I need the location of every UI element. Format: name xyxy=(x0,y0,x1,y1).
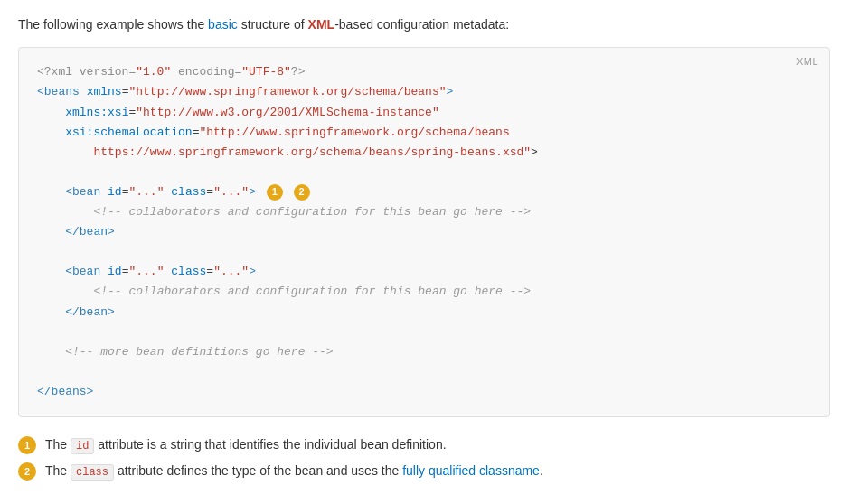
footnotes: 1 The id attribute is a string that iden… xyxy=(18,435,830,481)
code-line-8: <!-- collaborators and configuration for… xyxy=(37,202,811,222)
code-line-12: <!-- collaborators and configuration for… xyxy=(37,282,811,302)
footnote-badge-1: 1 xyxy=(18,436,36,454)
code-line-11: <bean id="..." class="..."> xyxy=(37,262,811,282)
code-line-17: </beans> xyxy=(37,382,811,402)
badge-1: 1 xyxy=(267,184,283,201)
footnote-item-2: 2 The class attribute defines the type o… xyxy=(18,462,830,481)
footnote-text-2: The class attribute defines the type of … xyxy=(45,462,543,481)
code-line-5: https://www.springframework.org/schema/b… xyxy=(37,143,811,163)
code-line-13: </bean> xyxy=(37,303,811,322)
code-line-14 xyxy=(37,322,811,342)
footnote-code-class: class xyxy=(71,464,114,481)
code-block: XML <?xml version="1.0" encoding="UTF-8"… xyxy=(18,47,830,417)
footnote-badge-2: 2 xyxy=(18,462,36,481)
code-line-16 xyxy=(37,362,811,382)
footnote-code-id: id xyxy=(71,438,94,454)
code-line-10 xyxy=(37,242,811,262)
code-line-9: </bean> xyxy=(37,222,811,242)
footnote-text-1: The id attribute is a string that identi… xyxy=(45,435,447,454)
code-line-2: <beans xmlns="http://www.springframework… xyxy=(37,82,811,102)
highlight-basic: basic xyxy=(208,17,238,32)
intro-paragraph: The following example shows the basic st… xyxy=(18,14,830,34)
highlight-xml: XML xyxy=(308,17,335,32)
badge-2: 2 xyxy=(294,184,310,201)
footnote-highlight-fqn: fully qualified classname xyxy=(402,463,540,478)
code-line-1: <?xml version="1.0" encoding="UTF-8"?> xyxy=(37,62,811,82)
code-lang-label: XML xyxy=(796,53,818,70)
code-line-4: xsi:schemaLocation="http://www.springfra… xyxy=(37,123,811,143)
code-line-3: xmlns:xsi="http://www.w3.org/2001/XMLSch… xyxy=(37,103,811,123)
footnote-item-1: 1 The id attribute is a string that iden… xyxy=(18,435,830,454)
code-line-7: <bean id="..." class="..."> 1 2 xyxy=(37,182,811,202)
code-line-6 xyxy=(37,163,811,182)
code-line-15: <!-- more bean definitions go here --> xyxy=(37,342,811,362)
